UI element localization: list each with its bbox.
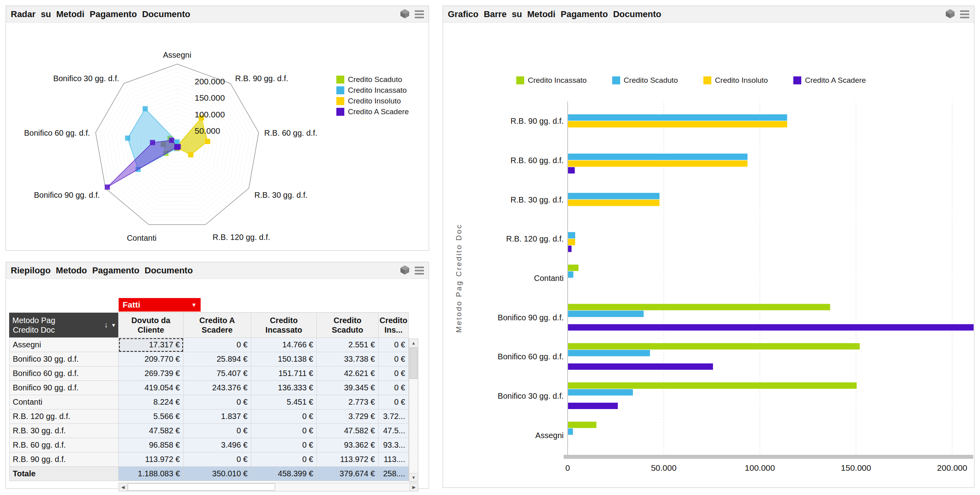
value-cell[interactable]: 150.138 € [251, 352, 317, 366]
bar[interactable] [568, 246, 572, 252]
bar[interactable] [568, 265, 578, 271]
value-cell[interactable]: 209.770 € [119, 352, 184, 366]
bar[interactable] [568, 350, 650, 356]
bar[interactable] [568, 271, 573, 278]
value-cell[interactable]: 0 € [251, 438, 317, 452]
row-label-cell[interactable]: R.B. 120 gg. d.f. [9, 409, 119, 424]
menu-icon[interactable] [960, 10, 969, 18]
value-cell[interactable]: 0 € [251, 424, 317, 438]
value-cell[interactable]: 0 € [379, 352, 409, 366]
legend-item[interactable]: Credito Scaduto [336, 75, 409, 84]
bar[interactable] [568, 389, 633, 396]
bar[interactable] [568, 114, 787, 121]
measure-filter-dropdown[interactable]: Fatti ▼ [119, 298, 201, 312]
bar[interactable] [568, 232, 575, 238]
row-label-cell[interactable]: Totale [9, 467, 119, 481]
axis-scrollbar[interactable] [564, 455, 973, 459]
bar[interactable] [568, 239, 575, 245]
menu-icon[interactable] [415, 267, 424, 275]
scroll-right-icon[interactable]: ▶ [410, 483, 418, 491]
value-cell[interactable]: 96.858 € [119, 438, 184, 452]
value-cell[interactable]: 42.621 € [317, 366, 379, 381]
value-cell[interactable]: 243.376 € [184, 381, 251, 395]
row-label-cell[interactable]: Bonifico 60 gg. d.f. [9, 366, 119, 381]
bar[interactable] [568, 193, 660, 199]
value-cell[interactable]: 258.... [379, 467, 409, 481]
legend-item[interactable]: Credito Incassato [516, 76, 587, 85]
value-cell[interactable]: 113.972 € [317, 452, 379, 467]
value-cell[interactable]: 136.333 € [251, 381, 317, 395]
bar[interactable] [568, 154, 748, 160]
bar[interactable] [568, 422, 596, 428]
value-cell[interactable]: 113.972 € [119, 452, 184, 467]
value-cell[interactable]: 269.739 € [119, 366, 184, 381]
cube-icon[interactable] [400, 8, 410, 20]
value-cell[interactable]: 47.582 € [119, 424, 184, 438]
sort-descending-icon[interactable]: ↓ [104, 321, 108, 330]
legend-item[interactable]: Credito Insoluto [703, 76, 768, 85]
value-cell[interactable]: 3.496 € [184, 438, 251, 452]
table-vertical-scrollbar[interactable]: ▲ ▼ [409, 339, 418, 482]
value-cell[interactable]: 47.5... [379, 424, 409, 438]
bar[interactable] [568, 382, 857, 389]
column-header[interactable]: Credito Scaduto [317, 312, 379, 338]
row-label-cell[interactable]: Contanti [9, 395, 119, 409]
row-label-cell[interactable]: R.B. 90 gg. d.f. [9, 452, 119, 467]
value-cell[interactable]: 25.894 € [184, 352, 251, 366]
value-cell[interactable]: 0 € [184, 424, 251, 438]
menu-icon[interactable] [415, 10, 424, 18]
value-cell[interactable]: 17.317 € [119, 338, 184, 352]
value-cell[interactable]: 3.729 € [317, 409, 379, 424]
scroll-down-icon[interactable]: ▼ [409, 473, 418, 481]
value-cell[interactable]: 379.674 € [317, 467, 379, 481]
value-cell[interactable]: 2.773 € [317, 395, 379, 409]
bar[interactable] [568, 324, 974, 331]
row-label-cell[interactable]: Assegni [9, 338, 119, 352]
value-cell[interactable]: 39.345 € [317, 381, 379, 395]
row-label-cell[interactable]: R.B. 60 gg. d.f. [9, 438, 119, 452]
scroll-up-icon[interactable]: ▲ [409, 339, 418, 347]
bar[interactable] [568, 311, 644, 317]
column-header[interactable]: Credito Ins... [379, 312, 409, 338]
bar[interactable] [568, 429, 573, 435]
table-horizontal-scrollbar[interactable]: ◀ ▶ [119, 483, 418, 491]
bar[interactable] [568, 304, 830, 310]
value-cell[interactable]: 75.407 € [184, 366, 251, 381]
cube-icon[interactable] [400, 265, 410, 277]
value-cell[interactable]: 1.188.083 € [119, 467, 184, 481]
value-cell[interactable]: 458.399 € [251, 467, 317, 481]
row-label-cell[interactable]: R.B. 30 gg. d.f. [9, 424, 119, 438]
value-cell[interactable]: 350.010 € [184, 467, 251, 481]
value-cell[interactable]: 0 € [379, 381, 409, 395]
column-menu-icon[interactable]: ▾ [112, 322, 115, 329]
value-cell[interactable]: 0 € [251, 409, 317, 424]
bar[interactable] [568, 167, 575, 173]
column-header[interactable]: Credito A Scadere [184, 312, 251, 338]
bar[interactable] [568, 160, 748, 167]
row-label-cell[interactable]: Bonifico 90 gg. d.f. [9, 381, 119, 395]
legend-item[interactable]: Credito Scaduto [612, 76, 678, 85]
bar[interactable] [568, 200, 660, 206]
value-cell[interactable]: 5.566 € [119, 409, 184, 424]
legend-item[interactable]: Credito Incassato [336, 86, 409, 95]
value-cell[interactable]: 8.224 € [119, 395, 184, 409]
bar[interactable] [568, 363, 713, 370]
value-cell[interactable]: 47.582 € [317, 424, 379, 438]
row-label-cell[interactable]: Bonifico 30 gg. d.f. [9, 352, 119, 366]
value-cell[interactable]: 113.... [379, 452, 409, 467]
column-header[interactable]: Credito Incassato [251, 312, 317, 338]
value-cell[interactable]: 419.054 € [119, 381, 184, 395]
value-cell[interactable]: 3.72... [379, 409, 409, 424]
bar[interactable] [568, 343, 860, 349]
column-header[interactable]: Dovuto da Cliente [119, 312, 184, 338]
hscroll-thumb[interactable] [128, 483, 275, 491]
column-header-metodo[interactable]: Metodo PagCredito Doc↓▾ [9, 312, 119, 338]
value-cell[interactable]: 0 € [184, 452, 251, 467]
value-cell[interactable]: 1.837 € [184, 409, 251, 424]
value-cell[interactable]: 93.362 € [317, 438, 379, 452]
value-cell[interactable]: 33.738 € [317, 352, 379, 366]
bar[interactable] [568, 121, 787, 127]
value-cell[interactable]: 0 € [379, 366, 409, 381]
legend-item[interactable]: Credito Insoluto [336, 97, 409, 105]
cube-icon[interactable] [945, 8, 955, 20]
